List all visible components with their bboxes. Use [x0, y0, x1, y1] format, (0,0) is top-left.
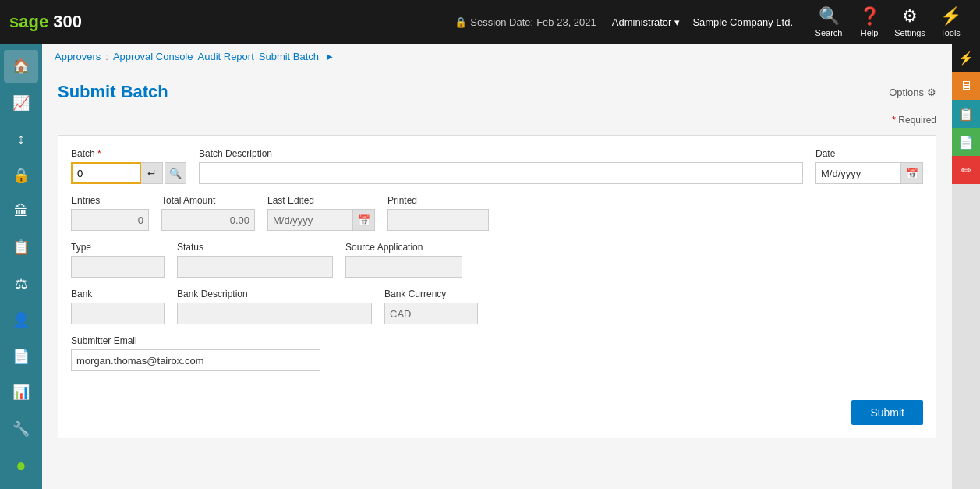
sidebar-item-reconcile[interactable]: ⚖ — [4, 268, 38, 300]
right-panel-doc-icon[interactable]: 📄 — [952, 128, 980, 156]
sidebar-item-reports[interactable]: 📋 — [4, 231, 38, 264]
source-app-input — [345, 256, 462, 278]
status-group: Status — [177, 242, 333, 278]
batch-desc-input[interactable] — [199, 162, 803, 184]
total-amount-group: Total Amount — [161, 195, 255, 231]
admin-chevron-icon: ▾ — [674, 16, 680, 28]
batch-group: Batch ↵ 🔍 — [71, 148, 186, 184]
help-tool-button[interactable]: ❓ Help — [849, 0, 890, 44]
page-title: Submit Batch — [58, 82, 168, 102]
sidebar-item-home[interactable]: 🏠 — [4, 50, 38, 83]
bank-label: Bank — [71, 289, 165, 299]
date-input-group: 📅 — [815, 162, 923, 184]
help-icon: ❓ — [859, 6, 880, 27]
batch-input[interactable] — [71, 162, 141, 184]
batch-desc-label: Batch Description — [199, 148, 803, 159]
breadcrumb-approvers[interactable]: Approvers — [55, 51, 101, 62]
sidebar-item-grid[interactable]: 📊 — [4, 376, 38, 409]
form-row-2: Entries Total Amount Last Edited 📅 — [71, 195, 923, 231]
batch-enter-button[interactable]: ↵ — [141, 162, 163, 184]
options-label: Options — [889, 87, 924, 98]
settings-icon: ⚙ — [902, 6, 918, 27]
last-edited-calendar-button[interactable]: 📅 — [353, 209, 375, 231]
sage-logo: sage — [9, 12, 48, 32]
batch-search-button[interactable]: 🔍 — [165, 162, 186, 184]
bank-desc-input — [177, 303, 372, 324]
submit-button[interactable]: Submit — [851, 400, 923, 425]
help-tool-label: Help — [861, 28, 879, 37]
bank-desc-label: Bank Description — [177, 289, 372, 299]
admin-label: Administrator — [612, 16, 672, 28]
total-amount-input — [161, 209, 255, 231]
sidebar-item-tools2[interactable]: 🔧 — [4, 413, 38, 445]
right-panel-edit-icon[interactable]: ✏ — [952, 156, 980, 184]
batch-label: Batch — [71, 148, 186, 159]
sidebar-item-transactions[interactable]: ↕ — [4, 122, 38, 155]
logo: sage 300 — [9, 12, 82, 32]
bank-currency-label: Bank Currency — [384, 289, 478, 299]
sidebar-bottom: ● — [4, 448, 38, 483]
status-input — [177, 256, 333, 278]
form-row-1: Batch ↵ 🔍 Batch Description Date — [71, 148, 923, 184]
settings-tool-button[interactable]: ⚙ Settings — [890, 0, 930, 44]
date-group: Date 📅 — [815, 148, 923, 184]
300-logo: 300 — [53, 12, 82, 32]
entries-label: Entries — [71, 195, 149, 206]
bank-desc-group: Bank Description — [177, 289, 372, 324]
required-note: * Required — [58, 115, 936, 126]
form-row-4: Bank Bank Description Bank Currency — [71, 289, 923, 324]
right-panel-screen-icon[interactable]: 🖥 — [952, 72, 980, 100]
breadcrumb-arrow-icon[interactable]: ▶ — [324, 50, 336, 62]
admin-dropdown[interactable]: Administrator ▾ — [612, 16, 681, 28]
right-panel-lightning-icon[interactable]: ⚡ — [952, 44, 980, 72]
tools-tool-button[interactable]: ⚡ Tools — [930, 0, 971, 44]
main-layout: 🏠 📈 ↕ 🔒 🏛 📋 ⚖ 👤 📄 📊 🔧 ● Approvers : Appr… — [0, 44, 980, 489]
sidebar-item-users[interactable]: 👤 — [4, 303, 38, 336]
printed-input — [387, 209, 489, 231]
date-label: Date — [815, 148, 923, 159]
sidebar-item-banking[interactable]: 🏛 — [4, 195, 38, 228]
sidebar-item-documents[interactable]: 📄 — [4, 340, 38, 373]
required-star: * — [892, 115, 896, 126]
header-tools: 🔍 Search ❓ Help ⚙ Settings ⚡ Tools — [808, 0, 971, 44]
last-edited-input — [267, 209, 353, 231]
sidebar-item-analytics[interactable]: 📈 — [4, 86, 38, 119]
source-app-group: Source Application — [345, 242, 462, 278]
left-sidebar: 🏠 📈 ↕ 🔒 🏛 📋 ⚖ 👤 📄 📊 🔧 ● — [0, 44, 42, 489]
last-edited-label: Last Edited — [267, 195, 375, 206]
options-button[interactable]: Options ⚙ — [889, 87, 936, 98]
divider — [71, 384, 923, 384]
printed-label: Printed — [387, 195, 489, 206]
options-gear-icon: ⚙ — [927, 87, 936, 98]
source-app-label: Source Application — [345, 242, 462, 253]
breadcrumb-approval-console[interactable]: Approval Console — [113, 51, 193, 62]
tools-tool-label: Tools — [940, 28, 961, 37]
session-info: 🔒 Session Date: Feb 23, 2021 — [455, 16, 596, 28]
lock-icon: 🔒 — [455, 16, 467, 28]
search-tool-button[interactable]: 🔍 Search — [808, 0, 849, 44]
last-edited-input-group: 📅 — [267, 209, 375, 231]
type-input — [71, 256, 165, 278]
page-title-bar: Submit Batch Options ⚙ — [58, 82, 936, 102]
right-panel-clipboard-icon[interactable]: 📋 — [952, 100, 980, 128]
search-tool-label: Search — [815, 28, 843, 37]
breadcrumb-audit-report[interactable]: Audit Report — [198, 51, 254, 62]
entries-group: Entries — [71, 195, 149, 231]
calendar-button[interactable]: 📅 — [901, 162, 923, 184]
date-input[interactable] — [815, 162, 901, 184]
batch-input-group: ↵ 🔍 — [71, 162, 186, 184]
submit-row: Submit — [71, 400, 923, 425]
submitter-email-input[interactable] — [71, 349, 320, 371]
submitter-email-group: Submitter Email — [71, 335, 320, 371]
form-section: Batch ↵ 🔍 Batch Description Date — [58, 135, 936, 438]
breadcrumb: Approvers : Approval Console Audit Repor… — [42, 44, 952, 69]
sidebar-item-security[interactable]: 🔒 — [4, 158, 38, 191]
right-panel: ⚡ 🖥 📋 📄 ✏ — [952, 44, 980, 489]
search-icon: 🔍 — [819, 6, 840, 27]
session-label: Session Date: — [470, 16, 533, 28]
tools-icon: ⚡ — [940, 6, 961, 27]
form-row-5: Submitter Email — [71, 335, 923, 371]
content-area: Approvers : Approval Console Audit Repor… — [42, 44, 952, 489]
status-label: Status — [177, 242, 333, 253]
breadcrumb-submit-batch[interactable]: Submit Batch — [259, 51, 319, 62]
